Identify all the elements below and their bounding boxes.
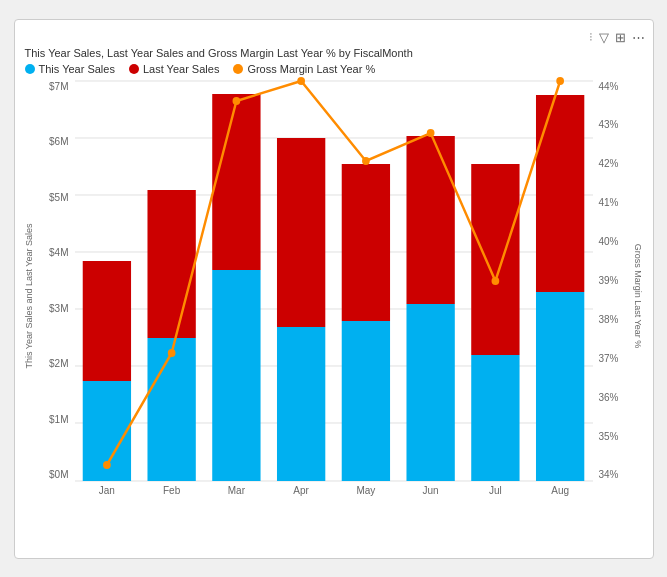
y-left-label-0m: $0M xyxy=(49,469,68,480)
y-right-label-43: 43% xyxy=(599,119,619,130)
bar-mar-last-year[interactable] xyxy=(212,94,260,270)
x-label-feb: Feb xyxy=(139,485,204,496)
y-left-label-4m: $4M xyxy=(49,247,68,258)
legend-item-gross-margin: Gross Margin Last Year % xyxy=(233,63,375,75)
chart-inner xyxy=(75,81,593,481)
gm-point-aug xyxy=(556,77,564,85)
y-right-label-41: 41% xyxy=(599,197,619,208)
y-axis-right-title-container: Gross Margin Last Year % xyxy=(633,116,645,476)
y-left-label-5m: $5M xyxy=(49,192,68,203)
y-right-label-42: 42% xyxy=(599,158,619,169)
y-right-label-39: 39% xyxy=(599,275,619,286)
bar-jun-this-year[interactable] xyxy=(406,304,454,481)
legend-dot-this-year xyxy=(25,64,35,74)
filter-icon[interactable]: ▽ xyxy=(599,30,609,45)
bar-jul-this-year[interactable] xyxy=(471,355,519,481)
bar-jun-last-year[interactable] xyxy=(406,136,454,304)
x-label-may: May xyxy=(334,485,399,496)
bar-may-this-year[interactable] xyxy=(341,321,389,481)
bar-apr-this-year[interactable] xyxy=(276,327,324,481)
chart-area: $7M $6M $5M $4M $3M $2M $1M $0M 44% 43% … xyxy=(23,81,645,511)
y-right-label-40: 40% xyxy=(599,236,619,247)
x-label-mar: Mar xyxy=(204,485,269,496)
legend-label-last-year: Last Year Sales xyxy=(143,63,219,75)
x-axis: Jan Feb Mar Apr May Jun Jul Aug xyxy=(75,481,593,511)
gm-point-feb xyxy=(167,349,175,357)
x-label-apr: Apr xyxy=(269,485,334,496)
y-axis-left-title: This Year Sales and Last Year Sales xyxy=(24,223,34,368)
y-left-label-6m: $6M xyxy=(49,136,68,147)
gm-point-jan xyxy=(103,461,111,469)
y-right-label-36: 36% xyxy=(599,392,619,403)
bar-feb-this-year[interactable] xyxy=(147,338,195,481)
y-left-label-3m: $3M xyxy=(49,303,68,314)
chart-container: ⁝ ▽ ⊞ ⋯ This Year Sales, Last Year Sales… xyxy=(14,19,654,559)
y-right-label-38: 38% xyxy=(599,314,619,325)
gm-point-jul xyxy=(491,277,499,285)
gm-point-apr xyxy=(297,77,305,85)
chart-svg xyxy=(75,81,593,481)
bar-mar-this-year[interactable] xyxy=(212,270,260,481)
bar-apr-last-year[interactable] xyxy=(276,138,324,327)
legend-dot-last-year xyxy=(129,64,139,74)
x-label-aug: Aug xyxy=(528,485,593,496)
chart-title: This Year Sales, Last Year Sales and Gro… xyxy=(25,47,645,59)
bar-may-last-year[interactable] xyxy=(341,164,389,321)
x-label-jun: Jun xyxy=(398,485,463,496)
bar-feb-last-year[interactable] xyxy=(147,190,195,338)
bar-jan-last-year[interactable] xyxy=(82,261,130,381)
y-axis-left-title-container: This Year Sales and Last Year Sales xyxy=(23,116,35,476)
legend-item-last-year: Last Year Sales xyxy=(129,63,219,75)
x-label-jul: Jul xyxy=(463,485,528,496)
legend-label-this-year: This Year Sales xyxy=(39,63,115,75)
bar-aug-this-year[interactable] xyxy=(535,292,583,481)
y-left-label-1m: $1M xyxy=(49,414,68,425)
toolbar: ⁝ ▽ ⊞ ⋯ xyxy=(23,30,645,45)
more-icon[interactable]: ⋯ xyxy=(632,30,645,45)
bar-aug-last-year[interactable] xyxy=(535,95,583,292)
legend-item-this-year: This Year Sales xyxy=(25,63,115,75)
y-right-label-35: 35% xyxy=(599,431,619,442)
x-label-jan: Jan xyxy=(75,485,140,496)
expand-icon[interactable]: ⊞ xyxy=(615,30,626,45)
y-axis-right-title: Gross Margin Last Year % xyxy=(634,243,644,348)
gm-point-jun xyxy=(426,129,434,137)
gm-point-mar xyxy=(232,97,240,105)
y-left-label-2m: $2M xyxy=(49,358,68,369)
y-right-label-34: 34% xyxy=(599,469,619,480)
y-left-label-7m: $7M xyxy=(49,81,68,92)
legend: This Year Sales Last Year Sales Gross Ma… xyxy=(25,63,645,75)
gm-point-may xyxy=(362,157,370,165)
legend-dot-gross-margin xyxy=(233,64,243,74)
y-right-label-44: 44% xyxy=(599,81,619,92)
drag-handle-icon: ⁝ xyxy=(589,30,593,44)
bar-jul-last-year[interactable] xyxy=(471,164,519,355)
y-right-label-37: 37% xyxy=(599,353,619,364)
legend-label-gross-margin: Gross Margin Last Year % xyxy=(247,63,375,75)
